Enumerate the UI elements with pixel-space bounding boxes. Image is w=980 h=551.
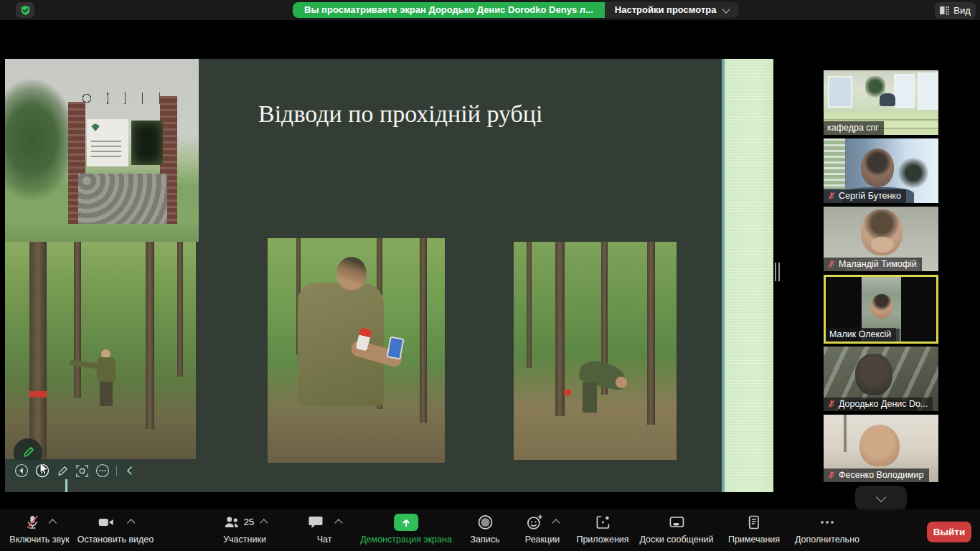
participant-name-label: кафедра спг [824,121,884,135]
shield-check-icon [20,5,31,16]
muted-mic-icon [827,260,836,268]
stone-base [78,174,167,224]
more-tools-button[interactable] [95,463,110,478]
chevron-up-icon[interactable] [127,519,135,527]
view-settings-button[interactable]: Настройки просмотра [605,2,740,18]
unmute-button[interactable]: Включить звук [9,514,69,545]
collapse-toolbar-button[interactable] [123,463,136,478]
muted-mic-icon [827,192,836,200]
zoom-meeting-window: Вы просматриваете экран Дородько Денис D… [0,0,980,551]
red-paint-mark [29,391,47,397]
apps-icon [594,514,611,531]
slide-green-stripe [725,59,773,492]
presenter-toolbar [7,460,136,481]
participant-name-label: Дородько Денис Do... [824,397,933,411]
pencil-icon [57,465,69,477]
collapse-icon [125,466,135,476]
view-settings-label: Настройки просмотра [615,2,717,18]
annotation-line [65,479,67,492]
chevron-up-icon[interactable] [552,519,560,527]
participant-video-tile[interactable]: Фесенко Володимир [824,415,938,482]
panel-resize-handle[interactable] [775,263,782,281]
chat-button[interactable]: Чат [307,514,341,545]
notes-icon [745,514,763,531]
chevron-up-icon[interactable] [260,519,268,527]
share-screen-button[interactable]: Демонстрация экрана [360,514,452,545]
more-button[interactable]: Дополнительно [795,514,859,545]
ellipsis-icon [95,463,110,478]
muted-mic-icon [827,471,836,479]
chevron-down-icon [722,5,730,13]
notes-button[interactable]: Примечания [728,514,780,545]
spotlight-tool-button[interactable] [75,463,89,478]
reactions-smiley-icon [526,514,544,531]
slide-title: Відводи по прохідній рубці [258,100,595,128]
previous-slide-button[interactable] [14,463,29,478]
video-camera-icon [97,514,116,531]
participants-icon [222,514,241,531]
gallery-view-icon [940,6,949,15]
slide-photo-man-with-phone [268,238,445,463]
forester-head [336,257,367,290]
slide-photo-tree-marking [5,242,196,459]
participant-video-tile[interactable]: Маландій Тимофій [824,207,938,271]
participant-video-tile[interactable]: Сергій Бутенко [824,138,938,203]
leave-meeting-button[interactable]: Выйти [927,522,971,542]
chevron-down-icon [876,491,886,501]
view-button[interactable]: Вид [935,2,976,19]
toolbar-separator [116,466,117,476]
screen-share-banner: Вы просматриваете экран Дородько Денис D… [293,2,739,18]
participants-button[interactable]: 25 Участники [222,514,267,545]
shared-screen-content: Відводи по прохідній рубці [5,59,773,492]
previous-icon [14,463,29,478]
share-screen-icon [394,514,418,531]
red-paint-mark [564,390,571,395]
stop-video-button[interactable]: Остановить видео [77,514,154,545]
apps-button[interactable]: Приложения [576,514,628,545]
participant-video-tile[interactable]: Дородько Денис Do... [824,347,938,411]
participant-name-label: Маландій Тимофій [824,258,922,271]
whiteboards-button[interactable]: Доски сообщений [639,514,713,545]
record-icon [476,514,494,531]
pencil-icon [22,446,34,459]
chevron-up-icon[interactable] [48,519,56,527]
participants-count: 25 [244,514,254,531]
chevron-up-icon[interactable] [334,519,342,527]
top-bar: Вы просматриваете экран Дородько Денис D… [0,0,980,20]
view-button-label: Вид [953,5,971,16]
meeting-controls-bar: Включить звук Остановить видео 2 [0,509,980,551]
participant-name-label: Сергій Бутенко [824,189,906,203]
participant-name-label: Фесенко Володимир [824,468,929,482]
whiteboard-icon [668,514,685,531]
white-info-board [87,119,128,166]
reactions-button[interactable]: Реакции [525,514,560,545]
record-button[interactable]: Запись [470,514,499,545]
brick-sign-structure [68,102,177,224]
mic-muted-icon [24,514,41,531]
more-dots-icon [818,514,837,531]
scroll-participants-button[interactable] [855,486,907,510]
security-shield-button[interactable] [16,2,34,18]
dark-info-board [131,121,163,165]
viewing-screen-message: Вы просматриваете экран Дородько Денис D… [293,2,605,18]
pen-tool-button[interactable] [56,463,69,478]
muted-mic-icon [827,400,836,408]
slide-photo-man-bending [514,242,677,460]
chat-bubble-icon [307,514,324,531]
participant-video-tile[interactable]: кафедра спг [824,70,938,135]
participant-video-tile-active-speaker[interactable]: Малик Олексій [824,275,938,344]
mouse-cursor [39,462,50,476]
participant-name-label: Малик Олексій [826,328,896,342]
spotlight-icon [75,464,89,478]
forester-figure [95,349,118,410]
slide-photo-forest-entrance-sign [5,59,199,242]
